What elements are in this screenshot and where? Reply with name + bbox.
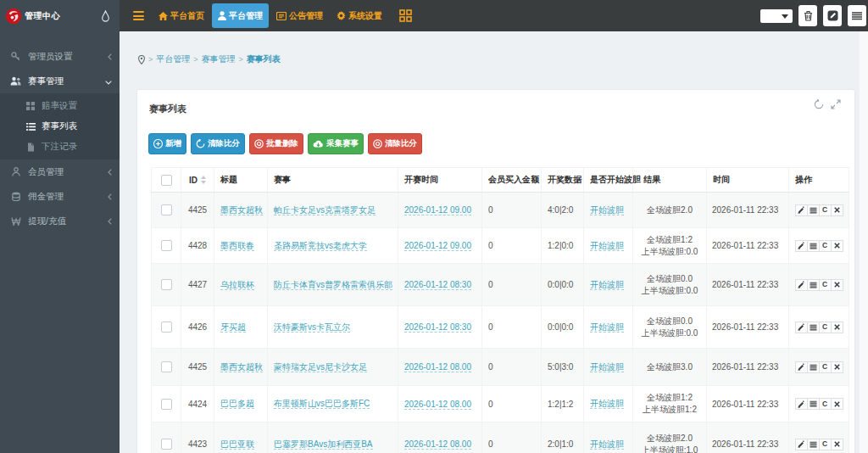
row-refresh-button[interactable]: C <box>819 322 832 333</box>
sidebar-item-match-management[interactable]: 赛事管理 <box>0 69 120 93</box>
sidebar-item-withdraw-deposit[interactable]: 提现/充值 <box>0 209 120 233</box>
row-delete-button[interactable] <box>831 204 843 216</box>
row-checkbox[interactable] <box>161 279 172 290</box>
droplet-icon[interactable] <box>102 10 109 22</box>
row-list-button[interactable] <box>807 361 820 373</box>
nav-item-home[interactable]: 平台首页 <box>153 3 210 28</box>
start-bodan-link[interactable]: 开始波胆 <box>590 439 624 450</box>
row-list-button[interactable] <box>807 439 820 450</box>
start-bodan-link[interactable]: 开始波胆 <box>590 362 624 372</box>
nav-item-platform[interactable]: 平台管理 <box>212 3 269 28</box>
add-button[interactable]: 新增 <box>148 133 186 154</box>
row-checkbox[interactable] <box>161 322 172 333</box>
breadcrumb-link[interactable]: 平台管理 <box>156 53 190 65</box>
start-bodan-link[interactable]: 开始波胆 <box>590 205 624 215</box>
row-edit-button[interactable] <box>795 279 808 291</box>
start-bodan-link[interactable]: 开始波胆 <box>590 399 624 409</box>
apps-grid-icon[interactable] <box>399 9 412 22</box>
row-refresh-button[interactable]: C <box>819 439 832 450</box>
row-delete-button[interactable] <box>831 240 843 252</box>
result-line: 全场波胆3.0 <box>633 361 706 373</box>
title-link[interactable]: 墨西女超秋 <box>220 362 263 372</box>
match-link[interactable]: 帕丘卡女足vs克雷塔罗女足 <box>274 205 376 215</box>
match-link[interactable]: 防丘卡体育vs普罗格雷索俱乐部 <box>274 280 392 290</box>
row-edit-button[interactable] <box>795 439 808 450</box>
match-link[interactable]: 巴塞罗那BAvs加利西亚BA <box>274 439 373 450</box>
row-delete-button[interactable] <box>831 279 843 291</box>
row-checkbox[interactable] <box>161 204 172 215</box>
title-link[interactable]: 墨西女超秋 <box>220 205 263 215</box>
sidebar-item-commission-management[interactable]: 佣金管理 <box>0 184 120 209</box>
title-link[interactable]: 乌拉联杯 <box>220 280 254 290</box>
overlay-dropdown[interactable] <box>760 9 793 23</box>
sidebar-toggle-icon[interactable] <box>133 11 144 20</box>
nav-item-system[interactable]: 系统设置 <box>331 3 388 28</box>
row-list-button[interactable] <box>807 398 820 410</box>
row-list-button[interactable] <box>807 322 820 333</box>
row-delete-button[interactable] <box>831 361 843 373</box>
cell-checkbox <box>152 193 181 228</box>
cell-start-time: 2026-01-12 08.00 <box>398 349 482 386</box>
start-bodan-link[interactable]: 开始波胆 <box>590 322 624 333</box>
row-edit-button[interactable] <box>795 361 808 373</box>
list-button[interactable] <box>848 5 866 26</box>
trash-button[interactable] <box>798 5 817 26</box>
start-time-link[interactable]: 2026-01-12 08:30 <box>404 322 471 333</box>
column-header-id[interactable]: ID <box>181 168 214 193</box>
breadcrumb-current[interactable]: 赛事列表 <box>247 53 281 65</box>
start-bodan-link[interactable]: 开始波胆 <box>590 241 624 251</box>
row-list-button[interactable] <box>807 240 820 252</box>
row-refresh-button[interactable]: C <box>819 240 832 252</box>
breadcrumb-link[interactable]: 赛事管理 <box>202 53 236 65</box>
brand-area[interactable]: 管理中心 <box>0 0 120 31</box>
sidebar-item-admin-settings[interactable]: 管理员设置 <box>0 44 120 69</box>
start-time-link[interactable]: 2026-01-12 09.00 <box>404 241 471 251</box>
row-list-button[interactable] <box>807 204 820 216</box>
row-list-button[interactable] <box>807 279 820 291</box>
row-edit-button[interactable] <box>795 322 808 333</box>
row-refresh-button[interactable]: C <box>819 279 832 291</box>
row-checkbox[interactable] <box>161 439 172 450</box>
cell-buy-amount: 0 <box>482 386 542 422</box>
nav-item-announcements[interactable]: 公告管理 <box>270 3 329 28</box>
match-link[interactable]: 布里顿斯山vs巴巴多斯FC <box>274 399 370 409</box>
start-time-link[interactable]: 2026-01-12 08.00 <box>404 400 471 410</box>
row-edit-button[interactable] <box>795 204 808 216</box>
clear-score-button[interactable]: 清除比分 <box>191 133 245 154</box>
title-link[interactable]: 墨西联春 <box>220 241 254 251</box>
row-edit-button[interactable] <box>795 398 808 410</box>
match-link[interactable]: 沃特豪斯vs卡瓦立尔 <box>274 322 350 333</box>
scrollbar-track[interactable] <box>860 31 868 453</box>
sidebar-subitem-bet-records[interactable]: 下注记录 <box>0 137 120 157</box>
title-link[interactable]: 巴巴亚联 <box>220 439 254 450</box>
select-all-checkbox[interactable] <box>161 175 172 186</box>
start-time-link[interactable]: 2026-01-12 08.00 <box>404 439 471 450</box>
start-bodan-link[interactable]: 开始波胆 <box>590 280 624 290</box>
start-time-link[interactable]: 2026-01-12 09.00 <box>404 205 471 215</box>
sidebar-subitem-match-list[interactable]: 赛事列表 <box>0 116 120 137</box>
row-delete-button[interactable] <box>831 398 843 410</box>
row-delete-button[interactable] <box>831 322 843 333</box>
row-refresh-button[interactable]: C <box>819 204 832 216</box>
match-link[interactable]: 蒙特瑞女足vs尼卡沙女足 <box>274 362 367 372</box>
row-checkbox[interactable] <box>161 399 172 410</box>
title-link[interactable]: 牙买超 <box>220 322 246 333</box>
row-refresh-button[interactable]: C <box>819 361 832 373</box>
edit-button[interactable] <box>823 5 842 26</box>
row-checkbox[interactable] <box>161 240 172 251</box>
row-refresh-button[interactable]: C <box>819 398 832 410</box>
clear-score-button-2[interactable]: 清除比分 <box>368 133 422 154</box>
collect-matches-button[interactable]: 采集赛事 <box>308 133 364 154</box>
refresh-icon[interactable] <box>814 99 824 109</box>
start-time-link[interactable]: 2026-01-12 08.00 <box>404 362 471 372</box>
row-delete-button[interactable] <box>831 439 843 450</box>
sidebar-subitem-odds-settings[interactable]: 赔率设置 <box>0 96 120 116</box>
match-link[interactable]: 圣路易斯竞技vs老虎大学 <box>274 241 367 251</box>
sidebar-item-member-management[interactable]: 会员管理 <box>0 159 120 184</box>
start-time-link[interactable]: 2026-01-12 08:30 <box>404 280 471 290</box>
row-edit-button[interactable] <box>795 240 808 252</box>
row-checkbox[interactable] <box>161 361 172 372</box>
title-link[interactable]: 巴巴多超 <box>220 399 254 409</box>
batch-delete-button[interactable]: 批量删除 <box>249 133 303 154</box>
fullscreen-icon[interactable] <box>831 99 841 109</box>
